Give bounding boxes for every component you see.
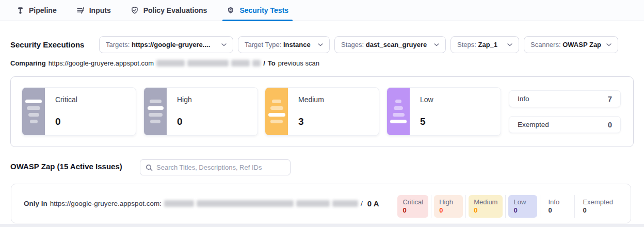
chip-count: 0 [439, 206, 458, 215]
severity-card-count: 0 [55, 116, 77, 127]
filter-label: Targets: [106, 41, 130, 48]
severity-card-low[interactable]: Low 5 [387, 87, 501, 136]
tab-inputs[interactable]: Inputs [74, 0, 113, 21]
severity-bars-icon [265, 88, 288, 135]
redacted-text [156, 60, 185, 67]
tab-label: Policy Evaluations [143, 6, 207, 14]
exempted-card[interactable]: Exempted 0 [509, 116, 621, 133]
comparing-line: Comparing https://google-gruyere.appspot… [10, 59, 319, 67]
filter-value: dast_scan_gruyere [366, 41, 427, 48]
steps-dropdown[interactable]: Steps: Zap_1 [450, 36, 519, 53]
severity-card-count: 0 [177, 116, 192, 127]
severity-bars-icon [387, 88, 410, 135]
filter-label: Target Type: [245, 41, 281, 48]
redacted-text [187, 60, 229, 67]
chip-count: 0 [513, 206, 532, 215]
severity-summary-panel: Critical 0 High 0 Medium 3 Low 5 [10, 76, 634, 147]
redacted-text [296, 200, 330, 207]
tab-label: Security Tests [239, 6, 288, 14]
inputs-icon [76, 6, 85, 14]
redacted-text [332, 200, 358, 207]
chip-high: High 0 [434, 195, 463, 218]
chip-label: Medium [474, 198, 497, 206]
only-in-label: Only in [24, 200, 47, 207]
exempted-card-count: 0 [608, 120, 612, 129]
comparing-url: https://google-gruyere.appspot.com [49, 59, 154, 67]
chip-count: 0 [583, 206, 613, 215]
only-in-url: https://google-gruyere.appspot.com: [50, 200, 162, 207]
info-card-count: 7 [608, 94, 612, 103]
severity-card-critical[interactable]: Critical 0 [22, 87, 136, 136]
severity-card-title: Low [420, 95, 433, 104]
comparison-result-row[interactable]: Only in https://google-gruyere.appspot.c… [11, 184, 631, 223]
tab-security-tests[interactable]: Security Tests [224, 0, 291, 21]
tab-label: Inputs [89, 6, 111, 14]
tab-policy-evaluations[interactable]: Policy Evaluations [128, 0, 210, 21]
targets-dropdown[interactable]: Targets: https://google-gruyere.... [99, 36, 233, 53]
chevron-down-icon [606, 43, 611, 46]
chip-medium: Medium 0 [469, 195, 503, 218]
severity-card-count: 3 [298, 116, 324, 127]
only-in-line: Only in https://google-gruyere.appspot.c… [24, 184, 379, 223]
comparing-to-value[interactable]: previous scan [278, 59, 319, 67]
execution-tabbar: Pipeline Inputs Policy Evaluations Secur… [0, 0, 644, 21]
policy-evaluations-icon [131, 6, 139, 14]
stages-dropdown[interactable]: Stages: dast_scan_gruyere [334, 36, 446, 53]
scanners-dropdown[interactable]: Scanners: OWASP Zap [524, 36, 618, 53]
filter-value: https://google-gruyere.... [132, 41, 210, 48]
severity-card-title: Medium [298, 95, 324, 104]
chip-low: Low 0 [508, 195, 537, 218]
chip-label: Critical [403, 198, 423, 206]
comparing-to: To [268, 59, 276, 67]
issues-search-box[interactable] [140, 159, 291, 175]
comparing-label: Comparing [10, 59, 46, 67]
security-tests-page: Pipeline Inputs Policy Evaluations Secur… [0, 0, 644, 227]
chip-count: 0 [548, 206, 567, 215]
chip-count: 0 [403, 206, 423, 215]
filter-value: Instance [283, 41, 311, 48]
active-issues-clipped-text: 0 A [367, 199, 379, 208]
redacted-text [197, 200, 294, 207]
chip-critical: Critical 0 [397, 195, 428, 218]
redacted-text [164, 200, 194, 207]
filter-label: Stages: [341, 41, 364, 48]
exempted-card-label: Exempted [518, 121, 549, 128]
chevron-down-icon [434, 43, 439, 46]
info-card-label: Info [518, 95, 529, 103]
page-title: Security Executions [10, 40, 84, 49]
filter-value: OWASP Zap [562, 41, 601, 48]
severity-bars-icon [22, 88, 45, 135]
filter-value: Zap_1 [478, 41, 497, 48]
severity-bars-icon [144, 88, 167, 135]
chip-label: Exempted [583, 198, 613, 206]
redacted-text [252, 60, 261, 67]
chevron-down-icon [507, 43, 512, 46]
filter-label: Scanners: [530, 41, 561, 48]
severity-card-high[interactable]: High 0 [143, 87, 258, 136]
chip-label: High [439, 198, 458, 206]
severity-card-medium[interactable]: Medium 3 [265, 87, 379, 136]
search-icon [146, 164, 153, 171]
page-bottom-band [0, 224, 644, 227]
severity-card-count: 5 [420, 116, 433, 127]
tab-label: Pipeline [29, 6, 57, 14]
pipeline-icon [17, 7, 24, 14]
comparing-separator: / [263, 59, 265, 67]
only-in-separator: / [361, 200, 363, 207]
issues-section-title: OWASP Zap (15 Active Issues) [10, 162, 122, 171]
chip-count: 0 [474, 206, 497, 215]
chip-exempted: Exempted 0 [577, 195, 618, 218]
chevron-down-icon [221, 43, 227, 46]
search-input[interactable] [156, 164, 285, 171]
filters-row: Targets: https://google-gruyere.... Targ… [99, 36, 618, 53]
target-type-dropdown[interactable]: Target Type: Instance [238, 36, 330, 53]
chevron-down-icon [318, 43, 323, 46]
filter-label: Steps: [457, 41, 476, 48]
chip-label: Low [513, 198, 532, 206]
severity-card-title: Critical [55, 95, 77, 104]
tab-pipeline[interactable]: Pipeline [14, 0, 59, 21]
severity-card-title: High [177, 95, 192, 104]
security-tests-icon [227, 6, 235, 14]
info-card[interactable]: Info 7 [509, 90, 621, 107]
chip-label: Info [548, 198, 567, 206]
